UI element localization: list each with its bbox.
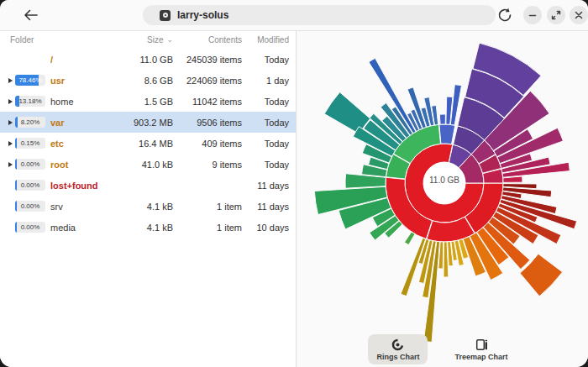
- percent-badge: [15, 54, 45, 65]
- ring-segment[interactable]: [324, 92, 370, 134]
- device-title: larry-solus: [177, 9, 228, 21]
- folder-contents: 1 item: [173, 202, 242, 212]
- percent-badge-text: 78.46%: [15, 75, 45, 86]
- row-expander[interactable]: [5, 120, 15, 125]
- disk-drive-icon: [160, 10, 171, 21]
- minimize-icon: [523, 6, 542, 24]
- percent-badge-text: 0.00%: [15, 201, 45, 212]
- folder-name: srv: [50, 202, 119, 212]
- folder-size: 1.5 GB: [119, 97, 173, 107]
- folder-name: /: [50, 55, 119, 65]
- percent-badge-text: 8.20%: [15, 117, 45, 128]
- row-expander[interactable]: [5, 162, 15, 167]
- refresh-button[interactable]: [494, 4, 516, 26]
- folder-modified: Today: [242, 118, 289, 128]
- chart-center-label: 11.0 GB: [411, 176, 478, 185]
- table-row[interactable]: 0.15%etc16.4 MB409 itemsToday: [0, 133, 296, 154]
- ring-segment[interactable]: [404, 232, 415, 245]
- folder-size: 16.4 MB: [119, 139, 173, 149]
- column-header-size[interactable]: Size⌄: [113, 35, 173, 45]
- rings-chart-label: Rings Chart: [376, 353, 419, 361]
- folder-name: root: [50, 160, 119, 170]
- folder-contents: 224069 items: [173, 76, 242, 86]
- folder-contents: 409 items: [173, 139, 242, 149]
- back-arrow-icon: [20, 5, 42, 25]
- treemap-chart-label: Treemap Chart: [454, 353, 507, 361]
- folder-name: etc: [50, 139, 119, 149]
- ring-segment[interactable]: [439, 114, 445, 124]
- sort-chevron-icon: ⌄: [166, 35, 173, 44]
- percent-badge: 8.20%: [15, 117, 45, 128]
- folder-contents: 9 items: [173, 160, 242, 170]
- folder-contents: 9506 items: [173, 118, 242, 128]
- table-row[interactable]: 0.00%lost+found11 days: [0, 175, 296, 196]
- folder-name: media: [50, 223, 119, 233]
- chart-type-switcher: Rings Chart Treemap Chart: [297, 334, 588, 364]
- table-header-row: Folder Size⌄ Contents Modified: [0, 31, 296, 48]
- ring-segment[interactable]: [439, 124, 455, 144]
- table-row[interactable]: 13.18%home1.5 GB11042 itemsToday: [0, 91, 296, 112]
- row-expander[interactable]: [5, 78, 15, 83]
- percent-badge: 0.00%: [15, 180, 45, 191]
- minimize-button[interactable]: [523, 6, 542, 24]
- folder-size: 8.6 GB: [119, 76, 173, 86]
- row-expander[interactable]: [5, 99, 15, 104]
- percent-badge: 0.00%: [15, 201, 45, 212]
- folder-size: 11.0 GB: [119, 55, 173, 65]
- folder-name: usr: [50, 76, 119, 86]
- folder-modified: Today: [242, 97, 289, 107]
- table-row[interactable]: /11.0 GB245039 itemsToday: [0, 49, 296, 70]
- column-header-folder[interactable]: Folder: [10, 35, 113, 45]
- percent-badge: 0.00%: [15, 222, 45, 233]
- rings-chart-icon: [391, 338, 404, 351]
- folder-contents: 1 item: [173, 223, 242, 233]
- row-expander[interactable]: [5, 141, 15, 146]
- folder-modified: Today: [242, 55, 289, 65]
- percent-badge-text: 0.00%: [15, 222, 45, 233]
- folder-name: lost+found: [50, 181, 119, 191]
- expander-triangle-icon: [8, 78, 13, 83]
- table-row[interactable]: 8.20%var903.2 MB9506 itemsToday: [0, 112, 296, 133]
- ring-segment[interactable]: [401, 238, 426, 296]
- expander-triangle-icon: [8, 141, 13, 146]
- back-button[interactable]: [20, 5, 42, 25]
- refresh-icon: [494, 4, 516, 26]
- column-header-modified[interactable]: Modified: [242, 35, 289, 45]
- percent-badge: 0.00%: [15, 159, 45, 170]
- table-row[interactable]: 0.00%media4.1 kB1 item10 days: [0, 217, 296, 238]
- expander-triangle-icon: [8, 120, 13, 125]
- percent-badge-text: 0.00%: [15, 159, 45, 170]
- percent-badge-text: 0.00%: [15, 180, 45, 191]
- percent-badge-text: 0.15%: [15, 138, 45, 149]
- table-row[interactable]: 0.00%srv4.1 kB1 item11 days: [0, 196, 296, 217]
- folder-size: 4.1 kB: [119, 202, 173, 212]
- folder-list-panel: Folder Size⌄ Contents Modified /11.0 GB2…: [0, 31, 296, 367]
- main-content: Folder Size⌄ Contents Modified /11.0 GB2…: [0, 31, 588, 367]
- table-row[interactable]: 78.46%usr8.6 GB224069 items1 day: [0, 70, 296, 91]
- percent-badge: 78.46%: [15, 75, 45, 86]
- expander-triangle-icon: [8, 162, 13, 167]
- header-bar: larry-solus: [0, 0, 588, 31]
- percent-badge-text: 13.18%: [15, 96, 45, 107]
- device-title-field[interactable]: larry-solus: [143, 5, 496, 25]
- restore-icon: [547, 6, 565, 24]
- folder-size: 4.1 kB: [119, 223, 173, 233]
- rings-chart-button[interactable]: Rings Chart: [368, 334, 428, 364]
- rings-chart[interactable]: [297, 31, 588, 367]
- treemap-chart-button[interactable]: Treemap Chart: [446, 334, 516, 364]
- percent-badge: 13.18%: [15, 96, 45, 107]
- expander-triangle-icon: [8, 99, 13, 104]
- folder-modified: 10 days: [242, 223, 289, 233]
- folder-modified: 11 days: [242, 202, 289, 212]
- folder-contents: 245039 items: [173, 55, 242, 65]
- folder-modified: Today: [242, 160, 289, 170]
- folder-size: 41.0 kB: [119, 160, 173, 170]
- folder-rows: /11.0 GB245039 itemsToday78.46%usr8.6 GB…: [0, 49, 296, 238]
- close-icon: [570, 6, 588, 24]
- table-row[interactable]: 0.00%root41.0 kB9 itemsToday: [0, 154, 296, 175]
- folder-modified: 1 day: [242, 76, 289, 86]
- folder-modified: Today: [242, 139, 289, 149]
- close-button[interactable]: [570, 6, 588, 24]
- restore-button[interactable]: [547, 6, 565, 24]
- column-header-contents[interactable]: Contents: [173, 35, 242, 45]
